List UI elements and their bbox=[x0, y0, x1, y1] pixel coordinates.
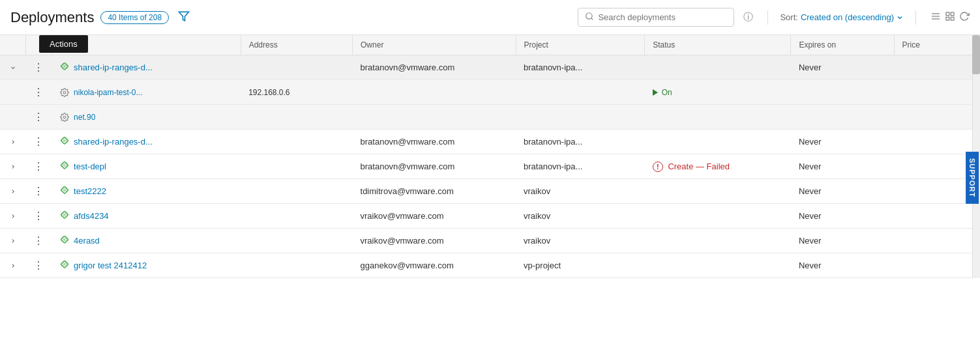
name-cell: shared-ip-ranges-d... bbox=[52, 130, 241, 154]
deployment-name: grigor test 2412412 bbox=[74, 261, 147, 270]
sort-area: Sort: Created on (descending) bbox=[780, 12, 904, 22]
deployment-name-link[interactable]: shared-ip-ranges-d... bbox=[59, 63, 233, 73]
table-row: ⋮ net.90 bbox=[0, 105, 980, 130]
table-row: ⋮ nikola-ipam-test-0...192.168.0.6 On bbox=[0, 80, 980, 105]
price-cell bbox=[894, 80, 980, 105]
name-cell: shared-ip-ranges-d... bbox=[52, 55, 241, 80]
svg-point-1 bbox=[586, 13, 592, 19]
table-row: ⋮ afds4234vraikov@vmware.comvraikovNever bbox=[0, 204, 980, 229]
deployment-name: test-depl bbox=[74, 162, 106, 171]
project-cell: vp-project bbox=[516, 253, 645, 278]
table-row: ⋮ shared-ip-ranges-d...bratanovn@vmware.… bbox=[0, 55, 980, 80]
expand-cell bbox=[0, 179, 26, 204]
expires-cell: Never bbox=[791, 229, 894, 253]
price-cell bbox=[894, 55, 980, 80]
owner-cell: vraikov@vmware.com bbox=[353, 229, 516, 253]
svg-line-2 bbox=[591, 18, 593, 20]
context-menu-btn[interactable]: ⋮ bbox=[34, 111, 44, 123]
status-cell bbox=[645, 253, 791, 278]
deployment-name: 4erasd bbox=[74, 236, 100, 246]
refresh-icon[interactable] bbox=[959, 11, 970, 24]
context-menu-btn[interactable]: ⋮ bbox=[34, 135, 44, 148]
price-cell bbox=[894, 229, 980, 253]
count-badge: 40 Items of 208 bbox=[100, 11, 169, 24]
support-tab[interactable]: SUPPORT bbox=[966, 151, 979, 203]
menu-cell: ⋮ bbox=[26, 154, 52, 179]
context-menu-btn[interactable]: ⋮ bbox=[34, 61, 44, 74]
context-menu-btn[interactable]: ⋮ bbox=[34, 210, 44, 222]
deployment-name-link[interactable]: test-depl bbox=[59, 162, 233, 172]
address-cell bbox=[241, 154, 352, 179]
context-menu-btn[interactable]: ⋮ bbox=[34, 185, 44, 197]
deployment-name-link[interactable]: grigor test 2412412 bbox=[59, 261, 233, 271]
address-cell bbox=[241, 204, 352, 229]
project-cell: vraikov bbox=[516, 179, 645, 204]
col-status: Status bbox=[645, 35, 791, 55]
grid-view-icon[interactable] bbox=[945, 11, 955, 24]
search-box bbox=[578, 8, 734, 27]
deployment-name-link[interactable]: nikola-ipam-test-0... bbox=[59, 87, 233, 98]
price-cell bbox=[894, 253, 980, 278]
owner-cell bbox=[353, 105, 516, 130]
diamond-icon bbox=[59, 186, 70, 197]
context-menu-btn[interactable]: ⋮ bbox=[34, 259, 44, 272]
name-cell: afds4234 bbox=[52, 204, 241, 229]
expand-btn[interactable] bbox=[8, 213, 18, 220]
owner-cell: bratanovn@vmware.com bbox=[353, 154, 516, 179]
expand-btn[interactable] bbox=[8, 139, 18, 145]
expand-btn[interactable] bbox=[8, 163, 18, 170]
filter-icon[interactable] bbox=[178, 10, 190, 25]
scrollbar-thumb[interactable] bbox=[972, 35, 980, 74]
expires-cell: Never bbox=[791, 204, 894, 229]
owner-cell: gganekov@vmware.com bbox=[353, 253, 516, 278]
svg-point-12 bbox=[63, 91, 66, 94]
price-cell bbox=[894, 130, 980, 154]
expand-btn[interactable] bbox=[8, 188, 18, 195]
gear-icon bbox=[59, 87, 70, 98]
menu-cell: ⋮ bbox=[26, 229, 52, 253]
table-row: ⋮ 4erasdvraikov@vmware.comvraikovNever bbox=[0, 229, 980, 253]
context-menu-btn[interactable]: ⋮ bbox=[34, 160, 44, 173]
expires-cell: Never bbox=[791, 253, 894, 278]
menu-cell: ⋮ bbox=[26, 179, 52, 204]
name-cell: 4erasd bbox=[52, 229, 241, 253]
svg-rect-7 bbox=[951, 12, 954, 16]
deployment-name: net.90 bbox=[74, 113, 95, 122]
owner-cell: tdimitrova@vmware.com bbox=[353, 179, 516, 204]
deployments-table: Name Address Owner Project Status Expire… bbox=[0, 35, 980, 278]
address-cell bbox=[241, 105, 352, 130]
project-cell bbox=[516, 105, 645, 130]
context-menu-btn[interactable]: ⋮ bbox=[34, 234, 44, 247]
view-icons bbox=[930, 11, 970, 24]
expand-cell bbox=[0, 55, 26, 80]
expand-cell bbox=[0, 253, 26, 278]
list-view-icon[interactable] bbox=[930, 11, 941, 24]
deployment-name-link[interactable]: afds4234 bbox=[59, 211, 233, 221]
expand-btn[interactable] bbox=[8, 263, 18, 269]
table-row: ⋮ grigor test 2412412gganekov@vmware.com… bbox=[0, 253, 980, 278]
deployment-name-link[interactable]: 4erasd bbox=[59, 236, 233, 246]
info-icon[interactable]: ⓘ bbox=[743, 11, 753, 23]
table-row: ⋮ test-deplbratanovn@vmware.combratanovn… bbox=[0, 154, 980, 179]
deployment-name-link[interactable]: shared-ip-ranges-d... bbox=[59, 137, 233, 147]
expand-btn[interactable] bbox=[8, 238, 18, 244]
expand-btn[interactable] bbox=[8, 64, 18, 71]
context-menu-btn[interactable]: ⋮ bbox=[34, 86, 44, 98]
owner-cell bbox=[353, 80, 516, 105]
sort-dropdown[interactable]: Created on (descending) bbox=[801, 12, 904, 22]
project-cell: vraikov bbox=[516, 229, 645, 253]
expand-cell bbox=[0, 80, 26, 105]
deployment-name: afds4234 bbox=[74, 211, 109, 221]
play-icon bbox=[653, 89, 658, 96]
deployment-name-link[interactable]: net.90 bbox=[59, 112, 233, 122]
svg-rect-8 bbox=[946, 17, 949, 20]
col-owner: Owner bbox=[353, 35, 516, 55]
deployment-name-link[interactable]: test2222 bbox=[59, 186, 233, 197]
owner-cell: vraikov@vmware.com bbox=[353, 204, 516, 229]
expand-cell bbox=[0, 105, 26, 130]
table-row: ⋮ shared-ip-ranges-d...bratanovn@vmware.… bbox=[0, 130, 980, 154]
project-cell bbox=[516, 80, 645, 105]
owner-cell: bratanovn@vmware.com bbox=[353, 130, 516, 154]
deployment-name: shared-ip-ranges-d... bbox=[74, 63, 153, 72]
search-input[interactable] bbox=[598, 12, 727, 22]
